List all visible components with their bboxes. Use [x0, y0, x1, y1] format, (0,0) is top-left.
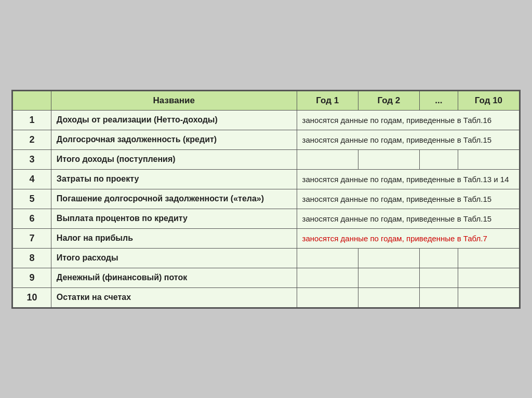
row-label: Денежный (финансовый) поток — [51, 268, 297, 287]
table-row: 7Налог на прибыльзаносятся данные по год… — [13, 228, 520, 248]
row-description: заносятся данные по годам, приведенные в… — [297, 209, 519, 228]
main-table-container: Название Год 1 Год 2 ... Год 10 1Доходы … — [11, 90, 521, 309]
row-dots — [419, 149, 458, 169]
row-label: Долгосрочная задолженность (кредит) — [51, 130, 297, 149]
table-row: 6Выплата процентов по кредитузаносятся д… — [13, 209, 520, 228]
row-number: 2 — [13, 130, 51, 149]
row-year1 — [297, 268, 358, 287]
table-row: 5Погашение долгосрочной задолженности («… — [13, 189, 520, 209]
row-description: заносятся данные по годам, приведенные в… — [297, 228, 519, 248]
header-name: Название — [51, 91, 297, 110]
table-row: 10Остатки на счетах — [13, 287, 520, 307]
table-row: 3Итого доходы (поступления) — [13, 149, 520, 169]
table-row: 1Доходы от реализации (Нетто-доходы)зано… — [13, 110, 520, 130]
row-label: Остатки на счетах — [51, 287, 297, 307]
row-number: 6 — [13, 209, 51, 228]
row-label: Итого расходы — [51, 248, 297, 268]
row-description: заносятся данные по годам, приведенные в… — [297, 130, 519, 149]
row-number: 7 — [13, 228, 51, 248]
row-number: 5 — [13, 189, 51, 209]
row-year2 — [358, 149, 419, 169]
row-year2 — [358, 287, 419, 307]
table-row: 8Итого расходы — [13, 248, 520, 268]
row-year1 — [297, 287, 358, 307]
row-number: 1 — [13, 110, 51, 130]
row-dots — [419, 268, 458, 287]
row-label: Итого доходы (поступления) — [51, 149, 297, 169]
row-label: Доходы от реализации (Нетто-доходы) — [51, 110, 297, 130]
row-year1 — [297, 248, 358, 268]
row-year10 — [458, 248, 519, 268]
row-label: Выплата процентов по кредиту — [51, 209, 297, 228]
row-year2 — [358, 268, 419, 287]
header-year2: Год 2 — [358, 91, 419, 110]
row-number: 10 — [13, 287, 51, 307]
row-label: Затраты по проекту — [51, 169, 297, 189]
row-year2 — [358, 248, 419, 268]
row-number: 3 — [13, 149, 51, 169]
row-dots — [419, 248, 458, 268]
row-year1 — [297, 149, 358, 169]
row-description: заносятся данные по годам, приведенные в… — [297, 189, 519, 209]
header-dots: ... — [419, 91, 458, 110]
row-year10 — [458, 268, 519, 287]
header-year1: Год 1 — [297, 91, 358, 110]
row-number: 4 — [13, 169, 51, 189]
header-year10: Год 10 — [458, 91, 519, 110]
row-description: заносятся данные по годам, приведенные в… — [297, 110, 519, 130]
row-dots — [419, 287, 458, 307]
table-row: 9Денежный (финансовый) поток — [13, 268, 520, 287]
row-number: 9 — [13, 268, 51, 287]
row-year10 — [458, 149, 519, 169]
row-number: 8 — [13, 248, 51, 268]
table-row: 4Затраты по проектузаносятся данные по г… — [13, 169, 520, 189]
row-description: заносятся данные по годам, приведенные в… — [297, 169, 519, 189]
row-label: Погашение долгосрочной задолженности («т… — [51, 189, 297, 209]
row-year10 — [458, 287, 519, 307]
row-label: Налог на прибыль — [51, 228, 297, 248]
table-row: 2Долгосрочная задолженность (кредит)зано… — [13, 130, 520, 149]
header-num — [13, 91, 51, 110]
financial-table: Название Год 1 Год 2 ... Год 10 1Доходы … — [12, 91, 520, 308]
